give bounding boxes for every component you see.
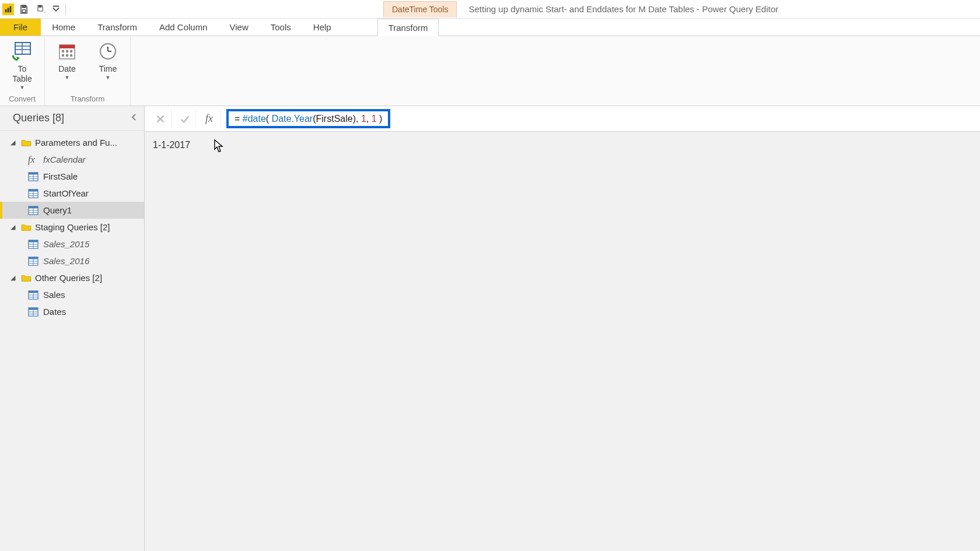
content-area: fx = #date( Date.Year(FirstSale), 1, 1 )… — [145, 106, 980, 551]
query-item-label: Sales — [43, 290, 65, 300]
ribbon-group-transform: Date ▼ Time ▼ Transform — [45, 36, 131, 106]
tree-group-label: Staging Queries [2] — [35, 222, 110, 232]
ribbon-group-convert: To Table ▼ Convert — [0, 36, 45, 106]
formula-open: ( — [266, 114, 272, 124]
ribbon-group-label-transform: Transform — [71, 93, 105, 104]
collapse-pane-icon[interactable] — [130, 113, 138, 124]
query-item-label: StartOfYear — [43, 188, 89, 198]
accept-formula-icon[interactable] — [174, 109, 196, 129]
qat-customize-icon[interactable] — [51, 2, 61, 17]
date-label: Date — [58, 64, 76, 74]
svg-rect-14 — [66, 50, 68, 52]
to-table-label: To Table — [12, 64, 32, 84]
to-table-icon — [12, 40, 33, 63]
tree-group-header[interactable]: ◢Staging Queries [2] — [0, 219, 144, 236]
tree-toggle-icon: ◢ — [10, 223, 18, 231]
time-label: Time — [99, 64, 117, 74]
tab-home[interactable]: Home — [41, 19, 86, 36]
svg-rect-12 — [60, 45, 75, 48]
time-button[interactable]: Time ▼ — [92, 38, 124, 93]
query-item-label: fxCalendar — [43, 155, 86, 164]
svg-rect-1 — [8, 8, 9, 12]
tab-tools[interactable]: Tools — [260, 19, 302, 36]
chevron-down-icon: ▼ — [20, 85, 25, 90]
ribbon-group-label-convert: Convert — [9, 93, 36, 104]
result-value: 1-1-2017 — [153, 140, 190, 150]
date-button[interactable]: Date ▼ — [51, 38, 83, 93]
query-item[interactable]: Sales_2016 — [0, 252, 144, 269]
query-item-label: Query1 — [43, 205, 72, 215]
formula-num1: 1 — [361, 114, 366, 124]
svg-rect-48 — [29, 290, 38, 293]
svg-rect-4 — [22, 9, 26, 12]
ribbon: To Table ▼ Convert Date ▼ — [0, 36, 980, 106]
fx-icon[interactable]: fx — [198, 109, 220, 129]
formula-arg1b: (FirstSale), — [313, 114, 361, 124]
calendar-icon — [57, 40, 77, 63]
query-item[interactable]: Sales_2015 — [0, 236, 144, 252]
query-item-label: Sales_2015 — [43, 239, 89, 249]
svg-rect-33 — [29, 206, 38, 208]
save-icon[interactable] — [16, 2, 32, 17]
result-row: 1-1-2017 — [145, 132, 980, 159]
app-icon — [2, 3, 14, 15]
tab-view[interactable]: View — [219, 19, 260, 36]
queries-pane: Queries [8] ◢Parameters and Fu...fxfxCal… — [0, 106, 145, 551]
cursor-icon — [214, 139, 225, 152]
save-dropdown-icon[interactable] — [34, 2, 49, 17]
svg-rect-16 — [62, 54, 64, 57]
queries-title: Queries [8] — [13, 112, 64, 124]
tab-help[interactable]: Help — [302, 19, 342, 36]
tree-toggle-icon: ◢ — [10, 274, 18, 282]
svg-rect-53 — [29, 307, 38, 310]
svg-rect-13 — [62, 50, 64, 52]
tab-transform[interactable]: Transform — [86, 19, 148, 36]
tree-group-header[interactable]: ◢Parameters and Fu... — [0, 134, 144, 151]
svg-rect-15 — [70, 50, 72, 52]
query-item[interactable]: FirstSale — [0, 168, 144, 185]
tree-group-header[interactable]: ◢Other Queries [2] — [0, 269, 144, 286]
chevron-down-icon: ▼ — [65, 75, 70, 80]
query-item[interactable]: Sales — [0, 286, 144, 303]
contextual-tool-label: DateTime Tools — [383, 1, 457, 17]
formula-prefix: = — [235, 114, 243, 124]
formula-fn: #date — [243, 114, 266, 124]
formula-bar: fx = #date( Date.Year(FirstSale), 1, 1 ) — [145, 106, 980, 132]
query-item[interactable]: fxfxCalendar — [0, 151, 144, 168]
svg-rect-23 — [29, 172, 38, 174]
title-bar: DateTime Tools Setting up dynamic Start-… — [0, 0, 980, 19]
svg-rect-2 — [10, 6, 12, 12]
separator — [65, 3, 66, 15]
svg-rect-18 — [70, 54, 72, 57]
tree-group-label: Parameters and Fu... — [35, 138, 117, 148]
formula-input[interactable]: = #date( Date.Year(FirstSale), 1, 1 ) — [226, 109, 390, 128]
chevron-down-icon: ▼ — [106, 75, 111, 80]
query-item-label: Dates — [43, 307, 66, 317]
tab-add-column[interactable]: Add Column — [148, 19, 219, 36]
svg-rect-28 — [29, 189, 38, 191]
cancel-formula-icon[interactable] — [149, 109, 172, 129]
ribbon-tabs: File Home Transform Add Column View Tool… — [0, 19, 980, 36]
svg-rect-0 — [5, 9, 7, 12]
svg-rect-7 — [15, 43, 30, 54]
queries-header: Queries [8] — [0, 106, 144, 131]
clock-icon — [98, 40, 118, 63]
formula-close: ) — [377, 114, 383, 124]
svg-rect-38 — [29, 240, 38, 242]
query-item[interactable]: Query1 — [0, 202, 144, 219]
query-item-label: Sales_2016 — [43, 256, 89, 266]
tree-group-label: Other Queries [2] — [35, 273, 102, 283]
formula-sep: , — [366, 114, 372, 124]
formula-arg1a: Date.Year — [272, 114, 313, 124]
query-item[interactable]: Dates — [0, 303, 144, 320]
svg-rect-5 — [39, 5, 42, 7]
tab-context-transform[interactable]: Transform — [377, 19, 439, 36]
query-item[interactable]: StartOfYear — [0, 185, 144, 202]
svg-rect-17 — [66, 54, 68, 57]
query-item-label: FirstSale — [43, 171, 78, 181]
window-title: Setting up dynamic Start- and Enddates f… — [468, 4, 778, 14]
tab-file[interactable]: File — [0, 19, 41, 36]
to-table-button[interactable]: To Table ▼ — [6, 38, 38, 93]
svg-rect-3 — [22, 5, 26, 8]
formula-num2: 1 — [372, 114, 377, 124]
